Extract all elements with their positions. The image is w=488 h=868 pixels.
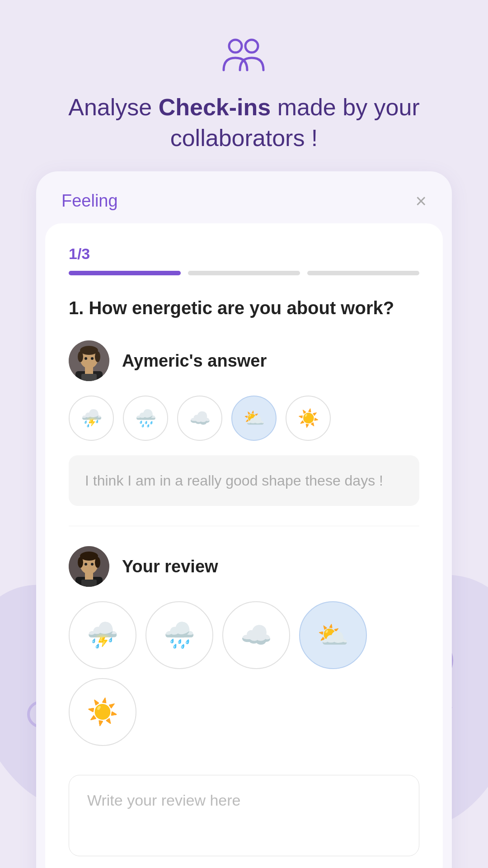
svg-rect-14 (81, 580, 97, 587)
weather-cloudy[interactable]: ☁️ (177, 396, 222, 441)
your-review-weather-row: ⛈️ 🌧️ ☁️ ⛅ ☀️ (69, 601, 419, 746)
svg-point-7 (80, 346, 98, 355)
aymeric-weather-row: ⛈️ 🌧️ ☁️ ⛅ ☀️ (69, 396, 419, 441)
review-weather-partly-sunny[interactable]: ⛅ (299, 601, 367, 669)
page-title: Analyse Check-ins made by your collabora… (0, 92, 488, 153)
card-title: Feeling (61, 191, 118, 211)
aymeric-name: Aymeric's answer (122, 351, 267, 371)
svg-point-19 (95, 557, 100, 568)
aymeric-comment: I think I am in a really good shape thes… (69, 455, 419, 506)
page-header: Analyse Check-ins made by your collabora… (0, 0, 488, 171)
progress-bar-2 (188, 271, 300, 275)
review-weather-rain[interactable]: 🌧️ (145, 601, 213, 669)
review-weather-sunny[interactable]: ☀️ (69, 678, 136, 746)
weather-storm[interactable]: ⛈️ (69, 396, 114, 441)
svg-point-9 (95, 351, 100, 362)
aymeric-avatar (69, 340, 109, 381)
review-weather-storm[interactable]: ⛈️ (69, 601, 136, 669)
weather-rain[interactable]: 🌧️ (123, 396, 168, 441)
svg-point-10 (84, 357, 87, 360)
review-textarea[interactable] (69, 775, 419, 856)
people-group-icon (219, 36, 269, 79)
card-inner: 1/3 1. How energetic are you about work? (45, 223, 443, 868)
svg-point-1 (245, 40, 258, 52)
svg-point-20 (84, 563, 87, 566)
svg-point-21 (91, 563, 94, 566)
card-header: Feeling × (36, 171, 452, 223)
close-button[interactable]: × (415, 192, 427, 211)
question-text: 1. How energetic are you about work? (69, 295, 419, 321)
svg-point-11 (91, 357, 94, 360)
main-card: Feeling × 1/3 1. How energetic are you a… (36, 171, 452, 868)
progress-bar-1 (69, 271, 181, 275)
svg-point-0 (229, 40, 242, 52)
progress-bar-3 (307, 271, 419, 275)
your-review-name: Your review (122, 557, 218, 576)
weather-sunny[interactable]: ☀️ (286, 396, 331, 441)
svg-point-8 (78, 351, 83, 362)
weather-partly-sunny[interactable]: ⛅ (231, 396, 277, 441)
your-review-avatar (69, 546, 109, 587)
svg-point-18 (78, 557, 83, 568)
svg-point-17 (80, 552, 98, 561)
aymeric-section-header: Aymeric's answer (69, 340, 419, 381)
section-divider (69, 526, 419, 526)
your-review-section-header: Your review (69, 546, 419, 587)
svg-rect-4 (81, 374, 97, 381)
review-weather-cloudy[interactable]: ☁️ (222, 601, 290, 669)
progress-bars (69, 271, 419, 275)
progress-label: 1/3 (69, 245, 419, 263)
